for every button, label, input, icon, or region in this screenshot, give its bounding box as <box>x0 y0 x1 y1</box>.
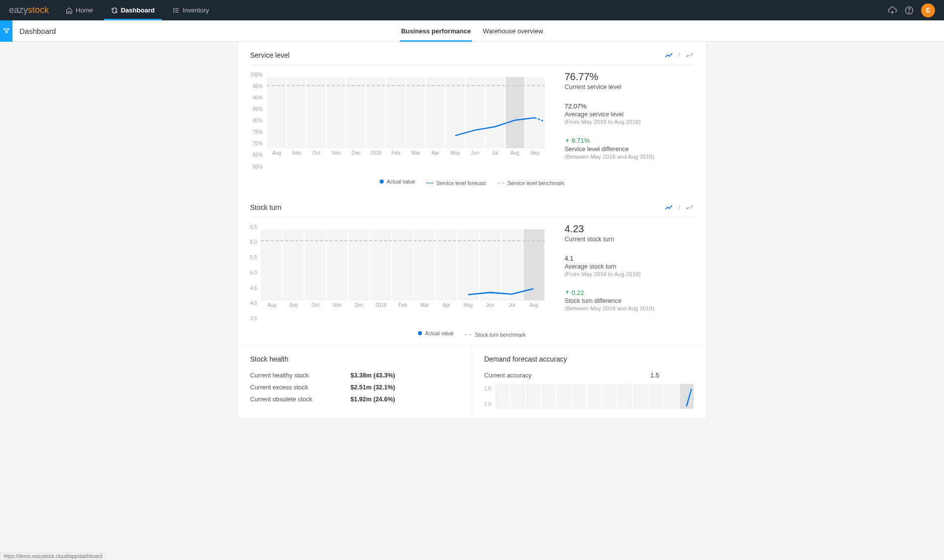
stock-turn-title: Stock turn <box>250 203 282 211</box>
topbar-actions: E <box>887 3 935 17</box>
svg-point-5 <box>173 11 174 12</box>
service-level-chart: 100%95%90%85%80%75%70%65%60% AugSepOctNo… <box>250 70 545 172</box>
stock-turn-line <box>261 229 544 307</box>
arrow-up-icon <box>565 138 570 143</box>
bottom-panels: Stock health Current healthy stock$3.38m… <box>238 346 706 418</box>
stock-health-row: Current obsolete stock$1.92m (24.6%) <box>250 396 460 403</box>
stock-health-title: Stock health <box>250 355 460 363</box>
stock-turn-kpis: 4.23 Current stock turn 4.1 Average stoc… <box>545 222 694 324</box>
nav-dashboard-label: Dashboard <box>121 6 155 14</box>
forecast-accuracy-title: Demand forecast accuracy <box>484 355 694 363</box>
forecast-accuracy-panel: Demand forecast accuracy Current accurac… <box>472 346 706 418</box>
st-avg-label: Average stock turn <box>565 263 694 270</box>
scatter-icon[interactable] <box>685 51 694 60</box>
service-level-kpis: 76.77% Current service level 72.07% Aver… <box>545 70 694 172</box>
svg-point-8 <box>687 55 688 56</box>
sl-diff-value: 9.71% <box>565 137 590 144</box>
main-nav: Home Dashboard Inventory <box>59 0 216 20</box>
sl-avg-note: (From May 2018 to Aug 2018) <box>565 119 694 125</box>
st-diff-value: 0.22 <box>565 289 584 296</box>
st-current-label: Current stock turn <box>565 236 694 243</box>
nav-home[interactable]: Home <box>59 0 100 20</box>
sl-diff-note: (Between May 2018 and Aug 2018) <box>565 154 694 160</box>
filter-button[interactable] <box>0 20 12 42</box>
st-diff-label: Stock turn difference <box>565 297 694 304</box>
sl-avg-label: Average service level <box>565 111 694 118</box>
metric-label: Current obsolete stock <box>250 396 313 403</box>
tab-business-performance[interactable]: Business performance <box>400 20 472 42</box>
content: Service level / 100%95%90%85%80%75%70%65… <box>238 42 706 418</box>
nav-inventory-label: Inventory <box>183 6 209 14</box>
tool-separator: / <box>678 52 680 59</box>
stock-health-row: Current excess stock$2.51m (32.1%) <box>250 384 460 391</box>
arrow-up-icon <box>565 290 570 295</box>
sl-avg-value: 72.07% <box>565 102 694 110</box>
line-chart-icon[interactable] <box>664 203 673 212</box>
st-avg-value: 4.1 <box>565 255 694 262</box>
service-level-line <box>267 77 544 148</box>
forecast-current-value: 1.5 <box>650 372 694 379</box>
filter-icon <box>3 27 10 34</box>
forecast-line <box>495 384 694 409</box>
line-chart-icon[interactable] <box>664 51 673 60</box>
panel-tools: / <box>664 51 694 60</box>
stock-turn-legend: Actual value Stock turn benchmark <box>250 323 694 341</box>
svg-point-7 <box>909 12 909 12</box>
user-avatar[interactable]: E <box>921 3 935 17</box>
brand-logo: eazystock <box>9 5 49 15</box>
cloud-download-icon[interactable] <box>887 5 897 15</box>
tab-warehouse-overview[interactable]: Warehouse overview <box>482 20 544 42</box>
metric-value: $2.51m (32.1%) <box>350 384 460 391</box>
list-icon <box>173 7 180 14</box>
forecast-current-row: Current accuracy 1.5 <box>484 372 694 379</box>
svg-point-11 <box>691 205 692 206</box>
scatter-icon[interactable] <box>685 203 694 212</box>
stock-health-panel: Stock health Current healthy stock$3.38m… <box>238 346 472 418</box>
service-level-panel: Service level / 100%95%90%85%80%75%70%65… <box>238 42 706 194</box>
nav-inventory[interactable]: Inventory <box>166 0 216 20</box>
stock-turn-chart: 6.56.05.55.04.54.03.5 AugSepOctNovDec201… <box>250 222 545 324</box>
page-title: Dashboard <box>12 27 56 35</box>
st-current-value: 4.23 <box>565 223 694 235</box>
st-avg-note: (From May 2018 to Aug 2018) <box>565 271 694 277</box>
service-level-title: Service level <box>250 51 290 59</box>
panel-tools: / <box>664 203 694 212</box>
sl-current-value: 76.77% <box>565 71 694 83</box>
tool-separator: / <box>678 204 680 211</box>
svg-point-4 <box>173 10 174 10</box>
refresh-icon <box>111 7 118 14</box>
svg-point-10 <box>687 207 688 208</box>
home-icon <box>66 7 73 14</box>
sl-current-label: Current service level <box>565 84 694 91</box>
topbar: eazystock Home Dashboard Inventory E <box>0 0 944 20</box>
metric-label: Current excess stock <box>250 384 309 391</box>
forecast-current-label: Current accuracy <box>484 372 531 379</box>
stock-health-row: Current healthy stock$3.38m (43.3%) <box>250 372 460 379</box>
nav-home-label: Home <box>76 6 93 14</box>
subbar: Dashboard Business performance Warehouse… <box>0 20 944 42</box>
nav-dashboard[interactable]: Dashboard <box>104 0 162 20</box>
help-icon[interactable] <box>904 5 914 15</box>
tab-bar: Business performance Warehouse overview <box>0 20 944 42</box>
sl-diff-label: Service level difference <box>565 146 694 153</box>
svg-point-9 <box>691 54 692 55</box>
metric-value: $3.38m (43.3%) <box>350 372 460 379</box>
metric-value: $1.92m (24.6%) <box>350 396 460 403</box>
stock-turn-panel: Stock turn / 6.56.05.55.04.54.03.5 <box>238 194 706 346</box>
svg-point-3 <box>173 8 174 8</box>
metric-label: Current healthy stock <box>250 372 309 379</box>
service-level-legend: Actual value Service level forecast Serv… <box>250 172 694 189</box>
st-diff-note: (Between May 2018 and Aug 2018) <box>565 305 694 311</box>
